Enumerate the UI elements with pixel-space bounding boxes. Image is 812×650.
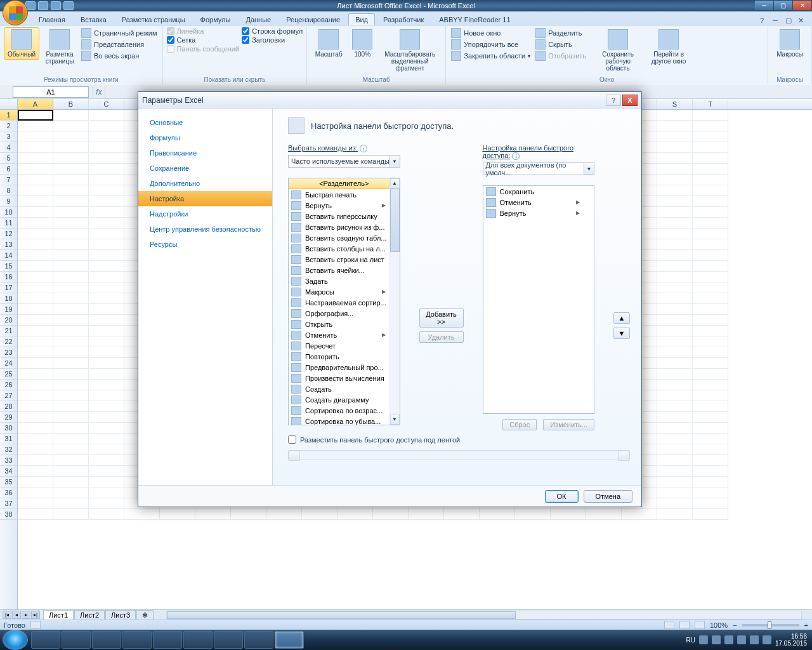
cell[interactable] xyxy=(657,358,693,369)
cell[interactable] xyxy=(53,282,89,293)
row-header[interactable]: 24 xyxy=(0,358,17,369)
view-page-break-button[interactable]: Страничный режим xyxy=(80,27,159,39)
task-item[interactable] xyxy=(92,631,121,649)
cell[interactable] xyxy=(693,455,728,466)
list-item[interactable]: Быстрая печать xyxy=(289,189,400,200)
cell[interactable] xyxy=(586,509,622,520)
cell[interactable] xyxy=(657,423,693,434)
cell[interactable] xyxy=(693,509,728,520)
cell[interactable] xyxy=(18,412,53,423)
taskbar-clock[interactable]: 16:56 17.05.2015 xyxy=(775,633,807,647)
list-item[interactable]: Макросы▶ xyxy=(289,286,400,297)
row-header[interactable]: 14 xyxy=(0,250,17,261)
cell[interactable] xyxy=(693,164,728,175)
cell[interactable] xyxy=(693,401,728,412)
cell[interactable] xyxy=(89,164,124,175)
cell[interactable] xyxy=(657,293,693,304)
row-header[interactable]: 1 xyxy=(0,110,17,121)
doc-restore-icon[interactable]: ▢ xyxy=(785,17,794,25)
cell[interactable] xyxy=(693,131,728,142)
cell[interactable] xyxy=(18,229,53,239)
macros-button[interactable]: Макросы xyxy=(772,27,808,60)
row-header[interactable]: 35 xyxy=(0,477,17,488)
cell[interactable] xyxy=(693,110,728,121)
horizontal-scrollbar[interactable] xyxy=(166,611,802,620)
cell[interactable] xyxy=(657,207,693,218)
cell[interactable] xyxy=(89,390,124,401)
view-custom-button[interactable]: Представления xyxy=(80,39,159,50)
new-window-button[interactable]: Новое окно xyxy=(450,27,532,39)
macro-record-icon[interactable] xyxy=(30,621,41,629)
name-box[interactable]: A1 xyxy=(13,86,89,98)
cell[interactable] xyxy=(657,336,693,347)
view-break-icon[interactable] xyxy=(695,621,705,629)
cell[interactable] xyxy=(89,455,124,466)
cell[interactable] xyxy=(53,110,89,121)
tray-icon[interactable] xyxy=(712,635,721,644)
row-header[interactable]: 26 xyxy=(0,380,17,390)
cell[interactable] xyxy=(18,131,53,142)
task-item[interactable] xyxy=(62,631,91,649)
row-header[interactable]: 16 xyxy=(0,272,17,282)
cell[interactable] xyxy=(18,175,53,185)
switch-windows-button[interactable]: Перейти в другое окно xyxy=(646,27,691,67)
cell[interactable] xyxy=(657,326,693,336)
cell[interactable] xyxy=(89,369,124,380)
row-header[interactable]: 23 xyxy=(0,347,17,358)
dialog-horizontal-scrollbar[interactable] xyxy=(288,450,630,460)
cell[interactable] xyxy=(89,315,124,326)
cell[interactable] xyxy=(18,390,53,401)
cell[interactable] xyxy=(89,121,124,131)
cell[interactable] xyxy=(53,390,89,401)
input-language[interactable]: RU xyxy=(686,637,695,644)
row-header[interactable]: 20 xyxy=(0,315,17,326)
view-normal-button[interactable]: Обычный xyxy=(4,27,39,60)
cell[interactable] xyxy=(160,509,195,520)
info-icon[interactable]: i xyxy=(360,145,367,152)
cell[interactable] xyxy=(18,196,53,207)
ribbon-minimize-icon[interactable]: ─ xyxy=(773,17,782,25)
list-item[interactable]: Сохранить xyxy=(483,186,594,197)
row-header[interactable]: 4 xyxy=(0,142,17,153)
qat-redo-icon[interactable] xyxy=(51,1,61,10)
cell[interactable] xyxy=(657,239,693,250)
cell[interactable] xyxy=(89,282,124,293)
cell[interactable] xyxy=(693,121,728,131)
select-all-corner[interactable] xyxy=(0,99,18,109)
cell[interactable] xyxy=(18,444,53,455)
sheet-tab[interactable]: Лист1 xyxy=(43,610,74,620)
row-header[interactable]: 8 xyxy=(0,185,17,196)
available-commands-list[interactable]: <Разделитель> ▲ ▼ Быстрая печатьВернуть▶… xyxy=(288,178,400,425)
cell[interactable] xyxy=(53,239,89,250)
save-workspace-button[interactable]: Сохранить рабочую область xyxy=(593,27,643,74)
cell[interactable] xyxy=(622,509,657,520)
cell[interactable] xyxy=(657,390,693,401)
cell[interactable] xyxy=(53,185,89,196)
dialog-help-button[interactable]: ? xyxy=(606,95,621,106)
ribbon-tab[interactable]: Данные xyxy=(239,13,278,25)
cell[interactable] xyxy=(18,164,53,175)
view-fullscreen-button[interactable]: Во весь экран xyxy=(80,50,159,62)
ribbon-tab[interactable]: Главная xyxy=(32,13,72,25)
cell[interactable] xyxy=(657,131,693,142)
cell[interactable] xyxy=(53,358,89,369)
list-item[interactable]: Вставить сводную табл... xyxy=(289,232,400,243)
cell[interactable] xyxy=(551,509,586,520)
row-header[interactable]: 19 xyxy=(0,304,17,315)
cell[interactable] xyxy=(53,261,89,272)
ribbon-tab[interactable]: Рецензирование xyxy=(279,13,347,25)
cell[interactable] xyxy=(53,153,89,164)
cell[interactable] xyxy=(53,444,89,455)
cell[interactable] xyxy=(693,250,728,261)
cell[interactable] xyxy=(302,509,337,520)
cell[interactable] xyxy=(53,250,89,261)
cell[interactable] xyxy=(89,153,124,164)
cell[interactable] xyxy=(693,229,728,239)
cell[interactable] xyxy=(89,207,124,218)
cell[interactable] xyxy=(18,110,53,121)
row-header[interactable]: 38 xyxy=(0,509,17,520)
zoom-button[interactable]: Масштаб xyxy=(311,27,346,60)
row-header[interactable]: 22 xyxy=(0,336,17,347)
cell[interactable] xyxy=(53,121,89,131)
cell[interactable] xyxy=(693,175,728,185)
